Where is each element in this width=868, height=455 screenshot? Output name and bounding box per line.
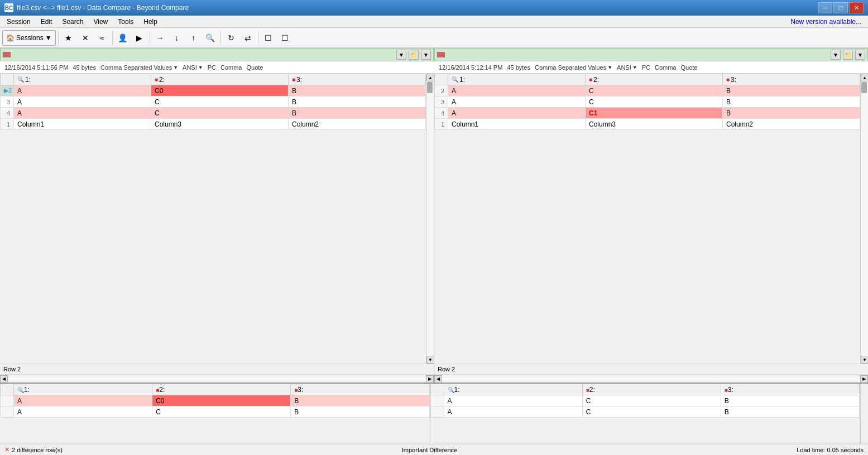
bottom-right-row-2[interactable]: A C B <box>430 406 860 418</box>
toolbar-box2-button[interactable]: ☐ <box>277 30 293 46</box>
left-column-headers: 🔍 1: ■ 2: <box>1 74 426 85</box>
bottom-right-table: 🔍1: ■2: ■3: A C B <box>430 384 860 418</box>
left-path-browse[interactable]: ▼ <box>421 50 431 60</box>
left-size: 45 bytes <box>73 64 96 71</box>
toolbar-person-button[interactable]: 👤 <box>115 30 131 46</box>
toolbar-arrow-button[interactable]: ▶ <box>132 30 147 46</box>
left-path-input[interactable]: C:\Temp\DataCompareSession\file3.csv <box>13 51 394 59</box>
menu-session[interactable]: Session <box>2 17 35 27</box>
toolbar-up-button[interactable]: ↑ <box>186 30 202 46</box>
left-row-3[interactable]: 3 A C B <box>1 96 426 108</box>
bottom-left-pane: 🔍1: ■2: ■3: A C0 <box>0 384 430 444</box>
left-col1-label: 1: <box>25 76 31 84</box>
toolbar-refresh-button[interactable]: ↻ <box>223 30 239 46</box>
right-pane: C:\Temp\DataCompareSession\file1.csv ▼ 📁… <box>434 48 868 383</box>
close-button[interactable]: ✕ <box>849 2 864 13</box>
right-path-dropdown[interactable]: ▼ <box>831 50 841 60</box>
bottom-left-row-2[interactable]: A C B <box>1 406 430 418</box>
bottom-right-row-1[interactable]: A C B <box>430 395 860 406</box>
toolbar-separator-4 <box>220 31 221 45</box>
menu-tools[interactable]: Tools <box>113 17 138 27</box>
left-vscroll-thumb[interactable] <box>427 82 433 93</box>
right-vscroll-up[interactable]: ▲ <box>861 74 868 81</box>
minimize-button[interactable]: ─ <box>818 2 832 13</box>
sessions-button[interactable]: 🏠 Sessions ▼ <box>2 30 56 46</box>
right-format-arrow: ▼ <box>607 65 612 70</box>
left-col3-diff-icon: ■ <box>292 76 295 83</box>
right-path-input[interactable]: C:\Temp\DataCompareSession\file1.csv <box>447 51 828 59</box>
right-hscroll-left[interactable]: ◀ <box>434 375 442 383</box>
left-data-table: 🔍 1: ■ 2: <box>0 74 426 130</box>
right-vscroll-down[interactable]: ▼ <box>861 356 868 364</box>
bottom-left-col1-header: 🔍1: <box>14 384 152 395</box>
right-row-3[interactable]: 3 A C B <box>435 96 860 108</box>
left-file-info: 12/16/2014 5:11:56 PM 45 bytes Comma Sep… <box>0 61 434 74</box>
left-row-2[interactable]: ▶2 A C0 B <box>1 85 426 96</box>
right-hscroll-right[interactable]: ▶ <box>860 375 868 383</box>
right-encoding-arrow: ▼ <box>632 65 637 70</box>
menu-search[interactable]: Search <box>57 17 88 27</box>
toolbar-x-button[interactable]: ✕ <box>78 30 93 46</box>
left-vscroll[interactable]: ▲ ▼ <box>426 74 434 364</box>
menu-edit[interactable]: Edit <box>36 17 57 27</box>
bottom-right-col1-key-icon: 🔍 <box>448 387 454 393</box>
toolbar-star-button[interactable]: ★ <box>61 30 76 46</box>
right-hscroll[interactable]: ◀ ▶ <box>434 375 868 383</box>
bottom-hscroll[interactable] <box>860 384 868 444</box>
bottom-left-table: 🔍1: ■2: ■3: A C0 <box>0 384 430 418</box>
left-hscroll-left[interactable]: ◀ <box>0 375 8 383</box>
bottom-left-cell-2-2: C <box>152 406 291 418</box>
left-vscroll-down[interactable]: ▼ <box>426 356 434 364</box>
right-vscroll[interactable]: ▲ ▼ <box>860 74 868 364</box>
bottom-left-headers: 🔍1: ■2: ■3: <box>1 384 430 395</box>
right-vscroll-thumb[interactable] <box>861 82 867 93</box>
toolbar-box1-button[interactable]: ☐ <box>261 30 276 46</box>
toolbar-search-button[interactable]: 🔍 <box>203 30 218 46</box>
toolbar-down-button[interactable]: ↓ <box>169 30 185 46</box>
title-bar-buttons[interactable]: ─ □ ✕ <box>818 2 864 13</box>
left-cell-3-1: A <box>14 96 151 108</box>
menu-help[interactable]: Help <box>139 17 162 27</box>
left-vscroll-up[interactable]: ▲ <box>426 74 434 81</box>
maximize-button[interactable]: □ <box>833 2 848 13</box>
right-path-open[interactable]: 📁 <box>843 50 853 60</box>
left-path-open[interactable]: 📁 <box>409 50 419 60</box>
left-rownum-1: 1 <box>1 119 14 130</box>
right-row-1[interactable]: 1 Column1 Column3 Column2 <box>435 119 860 130</box>
panes-container: C:\Temp\DataCompareSession\file3.csv ▼ 📁… <box>0 48 868 383</box>
left-path-dropdown[interactable]: ▼ <box>396 50 406 60</box>
left-encoding-dropdown[interactable]: ANSI ▼ <box>183 64 203 71</box>
bottom-right-cell-1-2: C <box>582 395 721 406</box>
left-format-dropdown[interactable]: Comma Separated Values ▼ <box>100 64 178 71</box>
left-hscroll-right[interactable]: ▶ <box>426 375 434 383</box>
right-format-dropdown[interactable]: Comma Separated Values ▼ <box>535 64 612 71</box>
bottom-right-cell-2-3: B <box>721 406 859 418</box>
left-row-1[interactable]: 1 Column1 Column3 Column2 <box>1 119 426 130</box>
menu-view[interactable]: View <box>89 17 112 27</box>
left-cell-1-1: Column1 <box>14 119 151 130</box>
bottom-right-cell-2-1: A <box>444 406 582 418</box>
right-cell-3-1: A <box>448 96 586 108</box>
right-encoding-dropdown[interactable]: ANSI ▼ <box>617 64 637 71</box>
left-cell-4-3: B <box>289 108 426 119</box>
right-col3-header: ■ 3: <box>723 74 860 85</box>
right-cell-2-1: A <box>448 85 586 96</box>
right-grid-wrapper: 🔍 1: ■ 2: <box>434 74 868 364</box>
right-row-2[interactable]: 2 A C B <box>435 85 860 96</box>
right-path-browse[interactable]: ▼ <box>855 50 865 60</box>
toolbar-equals-button[interactable]: ≈ <box>94 30 110 46</box>
right-row-4[interactable]: 4 A C1 B <box>435 108 860 119</box>
toolbar-swap-button[interactable]: ⇄ <box>240 30 256 46</box>
left-row-4[interactable]: 4 A C B <box>1 108 426 119</box>
bottom-right-col3-diff-icon: ■ <box>725 387 728 393</box>
right-col2-diff-icon: ■ <box>589 76 592 83</box>
left-grid-wrapper: 🔍 1: ■ 2: <box>0 74 434 364</box>
new-version-link[interactable]: New version available... <box>790 18 866 26</box>
bottom-left-row-1[interactable]: A C0 B <box>1 395 430 406</box>
left-hscroll[interactable]: ◀ ▶ <box>0 375 434 383</box>
bottom-right-pane: 🔍1: ■2: ■3: A C B <box>430 384 861 444</box>
right-table-body: 2 A C B 3 A C B <box>435 85 860 130</box>
left-vscroll-track <box>426 81 434 356</box>
left-cell-3-2: C <box>151 96 289 108</box>
toolbar-right-button[interactable]: → <box>152 30 168 46</box>
